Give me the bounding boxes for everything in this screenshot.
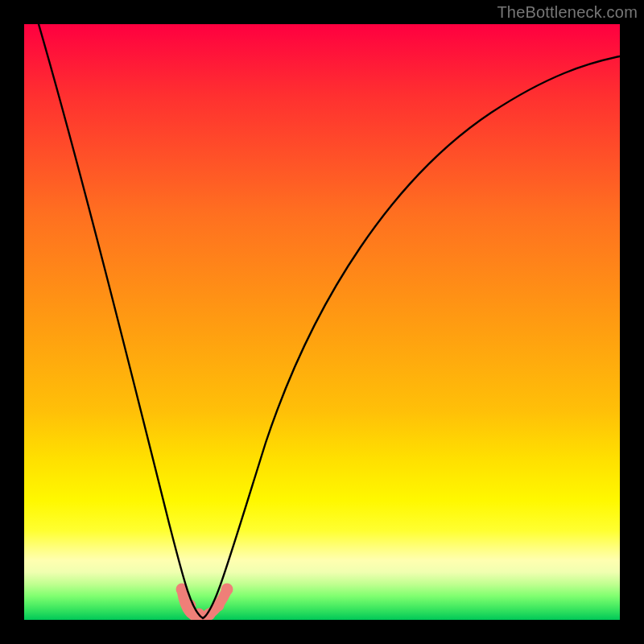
plot-background — [24, 24, 620, 620]
chart-frame: TheBottleneck.com — [0, 0, 644, 644]
watermark-text: TheBottleneck.com — [497, 3, 638, 22]
